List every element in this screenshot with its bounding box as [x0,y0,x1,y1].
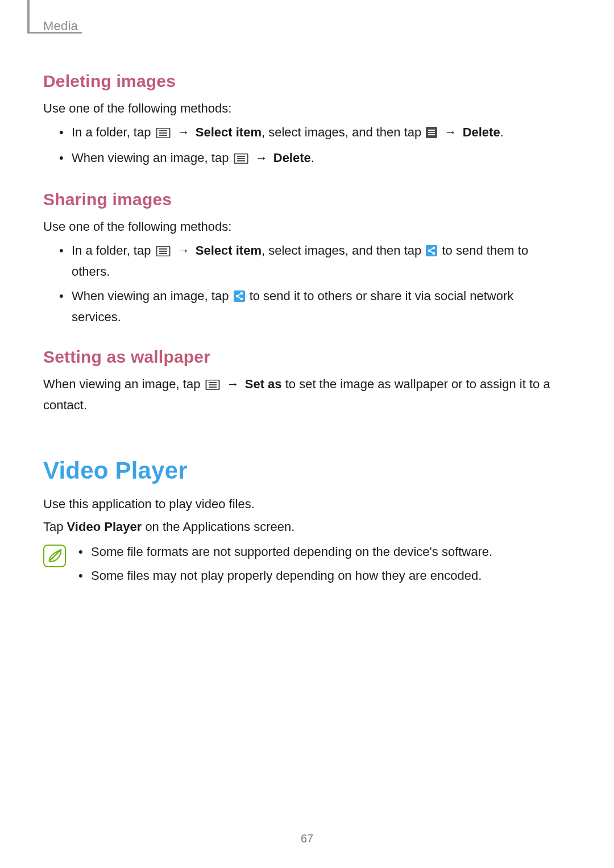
text: . [500,125,504,139]
list-item: In a folder, tap → Select item, select i… [61,123,551,144]
bold-text: Select item [196,243,262,258]
list-item: Some file formats are not supported depe… [81,542,492,562]
list-item: When viewing an image, tap → Delete. [61,148,551,169]
heading-deleting-images: Deleting images [43,72,551,91]
arrow-icon: → [253,151,273,165]
heading-video-player: Video Player [43,457,551,484]
share-icon [234,288,245,308]
header-tab-border-vertical [27,0,30,32]
note-bullet-list: Some file formats are not supported depe… [76,542,492,590]
arrow-icon: → [175,125,196,139]
page-number: 67 [0,832,614,845]
text: When viewing an image, tap [72,151,233,165]
list-item: In a folder, tap → Select item, select i… [61,241,551,281]
sharing-intro: Use one of the following methods: [43,217,551,236]
text: In a folder, tap [72,243,155,258]
text: When viewing an image, tap [72,289,233,303]
list-item: When viewing an image, tap to send it to… [61,286,551,327]
note-block: Some file formats are not supported depe… [43,542,551,595]
text: Tap [43,520,67,534]
deleting-intro: Use one of the following methods: [43,99,551,118]
list-item: Some files may not play properly dependi… [81,566,492,585]
bold-text: Delete [273,151,311,165]
bold-text: Video Player [67,520,142,534]
text: , select images, and then tap [262,125,425,139]
text: on the Applications screen. [142,520,294,534]
wallpaper-paragraph: When viewing an image, tap → Set as to s… [43,375,551,415]
menu-outline-icon [234,150,248,169]
menu-outline-icon [156,243,171,262]
page-content: Deleting images Use one of the following… [43,72,551,595]
arrow-icon: → [442,125,463,139]
menu-filled-icon [426,124,437,144]
menu-outline-icon [156,124,171,144]
note-leaf-icon [43,545,66,567]
text: In a folder, tap [72,125,155,139]
heading-setting-wallpaper: Setting as wallpaper [43,347,551,367]
video-intro-1: Use this application to play video files… [43,495,551,514]
arrow-icon: → [225,377,245,391]
bold-text: Select item [196,125,262,139]
share-icon [426,243,437,262]
breadcrumb: Media [43,19,78,34]
text: When viewing an image, tap [43,377,204,391]
bold-text: Delete [463,125,500,139]
menu-outline-icon [205,376,220,396]
bold-text: Set as [245,377,282,391]
arrow-icon: → [175,243,196,258]
sharing-bullet-list: In a folder, tap → Select item, select i… [43,241,551,326]
text: . [311,151,314,165]
deleting-bullet-list: In a folder, tap → Select item, select i… [43,123,551,169]
text: , select images, and then tap [262,243,425,258]
heading-sharing-images: Sharing images [43,190,551,209]
video-intro-2: Tap Video Player on the Applications scr… [43,517,551,537]
